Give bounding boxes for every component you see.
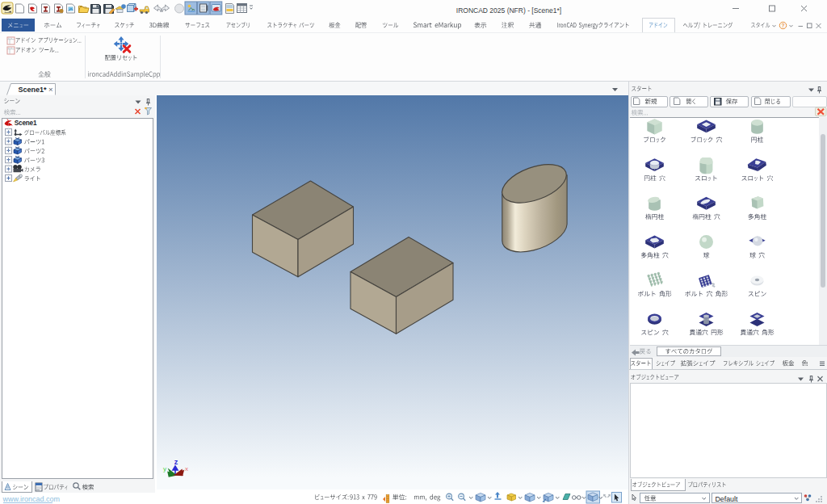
svg-text:?: ? <box>782 23 785 28</box>
